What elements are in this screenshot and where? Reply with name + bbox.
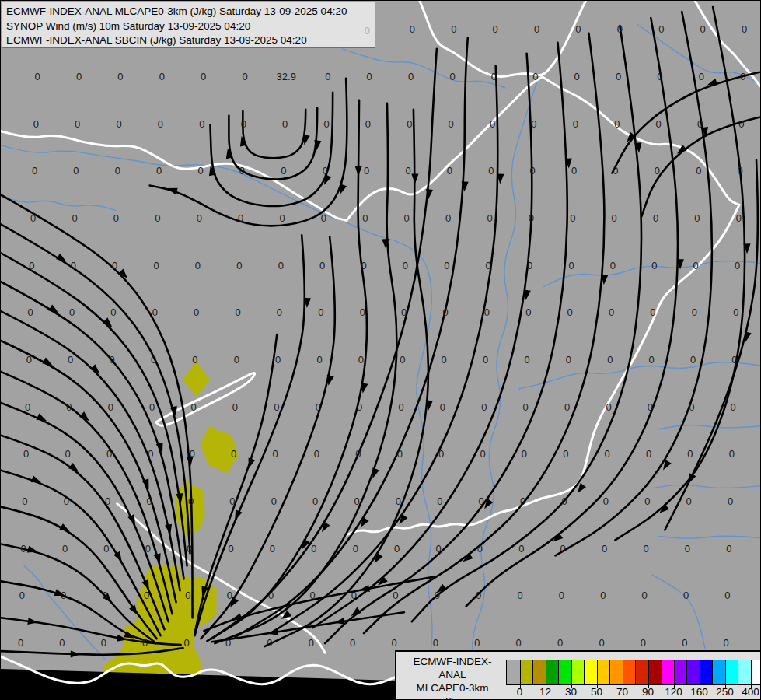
sbcin-value-label: 0	[529, 212, 534, 224]
streamline-arrowhead	[59, 523, 69, 532]
sbcin-value-label: 0	[435, 543, 441, 555]
sbcin-value-label: 0	[185, 590, 190, 601]
sbcin-value-label: 0	[149, 401, 155, 413]
legend-swatch	[532, 660, 546, 684]
sbcin-value-label: 0	[700, 23, 706, 35]
legend-swatch	[584, 660, 597, 684]
sbcin-value-label: 0	[33, 118, 39, 130]
streamline-arrowhead	[235, 509, 242, 520]
sbcin-value-label: 0	[738, 118, 744, 130]
sbcin-value-label: 0	[76, 71, 82, 82]
sbcin-value-label: 0	[18, 637, 23, 649]
sbcin-value-label: 0	[29, 260, 34, 271]
legend-title-param: MLCAPE0-3km	[400, 681, 505, 695]
sbcin-value-label: 0	[73, 165, 79, 177]
sbcin-value-label: 0	[644, 495, 650, 507]
legend-tick-label: 70	[616, 686, 628, 698]
sbcin-value-label: 0	[355, 448, 361, 460]
sbcin-value-label: 0	[357, 401, 362, 413]
sbcin-value-label: 0	[517, 590, 522, 601]
streamline-arrowhead	[372, 467, 379, 478]
sbcin-value-label: 0	[28, 306, 33, 318]
sbcin-value-label: 0	[281, 165, 286, 177]
sbcin-value-label: 0	[724, 637, 729, 649]
sbcin-value-label: 0	[145, 543, 151, 555]
sbcin-value-label: 0	[309, 590, 315, 601]
sbcin-value-label: 0	[242, 71, 247, 82]
wind-streamline	[556, 12, 712, 555]
sbcin-value-label: 0	[442, 306, 448, 318]
sbcin-value-label: 0	[614, 118, 620, 130]
sbcin-value-label: 0	[557, 637, 563, 649]
streamline-arrowhead	[411, 174, 418, 184]
streamline-arrowhead	[745, 331, 752, 342]
sbcin-value-label: 0	[323, 165, 328, 177]
legend-swatch	[507, 660, 520, 684]
river-line	[658, 425, 760, 429]
sbcin-value-label: 0	[365, 118, 371, 130]
sbcin-value-label: 0	[151, 354, 156, 366]
sbcin-value-label: 0	[113, 212, 119, 224]
sbcin-value-label: 0	[316, 401, 321, 413]
sbcin-value-label: 0	[398, 401, 403, 413]
sbcin-value-label: 0	[440, 401, 445, 413]
legend-swatch	[738, 660, 751, 684]
river-line	[519, 362, 760, 389]
sbcin-value-label: 0	[62, 543, 68, 555]
legend-tick-label: 160	[690, 686, 708, 698]
sbcin-value-label: 0	[68, 354, 73, 366]
sbcin-value-label: 0	[65, 448, 71, 460]
legend-units: J/kg	[400, 695, 505, 700]
sbcin-value-label: 0	[158, 118, 163, 130]
ghost-grid-value: 0	[365, 24, 370, 39]
sbcin-value-label: 0	[656, 118, 662, 130]
sbcin-value-label: 0	[400, 354, 405, 366]
sbcin-value-label: 0	[736, 212, 742, 224]
sbcin-value-label: 0	[445, 212, 451, 224]
sbcin-value-label: 0	[353, 543, 358, 555]
sbcin-value-label: 0	[278, 260, 284, 271]
sbcin-value-label: 0	[396, 495, 401, 507]
sbcin-value-label: 0	[683, 590, 689, 601]
sbcin-value-label: 0	[321, 212, 326, 224]
sbcin-value-label: 0	[641, 637, 646, 649]
sbcin-value-label: 0	[742, 23, 747, 35]
sbcin-value-label: 0	[236, 260, 242, 271]
sbcin-value-label: 0	[59, 637, 65, 649]
sbcin-value-label: 0	[602, 543, 607, 555]
sbcin-value-label: 0	[682, 637, 687, 649]
sbcin-value-label: 0	[483, 354, 488, 366]
sbcin-value-label: 0	[271, 495, 277, 507]
sbcin-value-label: 0	[693, 260, 699, 271]
sbcin-value-label: 0	[309, 637, 314, 649]
streamline-arrowhead	[56, 254, 66, 262]
sbcin-value-label: 0	[476, 590, 481, 601]
sbcin-value-label: 0	[564, 401, 570, 413]
sbcin-value-label: 0	[397, 448, 403, 460]
sbcin-value-label: 0	[325, 71, 330, 82]
sbcin-value-label: 0	[724, 590, 730, 601]
sbcin-value-label: 0	[731, 354, 737, 366]
sbcin-value-label: 0	[612, 212, 617, 224]
legend-box: ECMWF-INDEX-ANAL MLCAPE0-3km J/kg 012305…	[395, 650, 761, 700]
river-line	[652, 575, 705, 649]
sbcin-value-label: 0	[605, 448, 610, 460]
sbcin-value-label: 0	[571, 165, 577, 177]
sbcin-value-label: 0	[101, 637, 106, 649]
sbcin-value-label: 0	[197, 212, 202, 224]
sbcin-value-label: 0	[433, 637, 438, 649]
sbcin-value-label: 0	[351, 590, 357, 601]
sbcin-value-label: 0	[354, 495, 359, 507]
sbcin-value-label: 0	[241, 118, 246, 130]
sbcin-value-label: 0	[146, 495, 152, 507]
sbcin-value-label: 0	[66, 401, 72, 413]
sbcin-value-label: 0	[685, 543, 690, 555]
sbcin-value-label: 0	[689, 401, 694, 413]
sbcin-value-label: 0	[657, 71, 662, 82]
sbcin-value-label: 0	[696, 165, 701, 177]
sbcin-value-label: 0	[573, 118, 578, 130]
sbcin-value-label: 0	[407, 118, 412, 130]
sbcin-value-label: 0	[733, 306, 738, 318]
sbcin-value-label: 0	[159, 71, 165, 82]
streamline-arrowhead	[578, 483, 586, 493]
